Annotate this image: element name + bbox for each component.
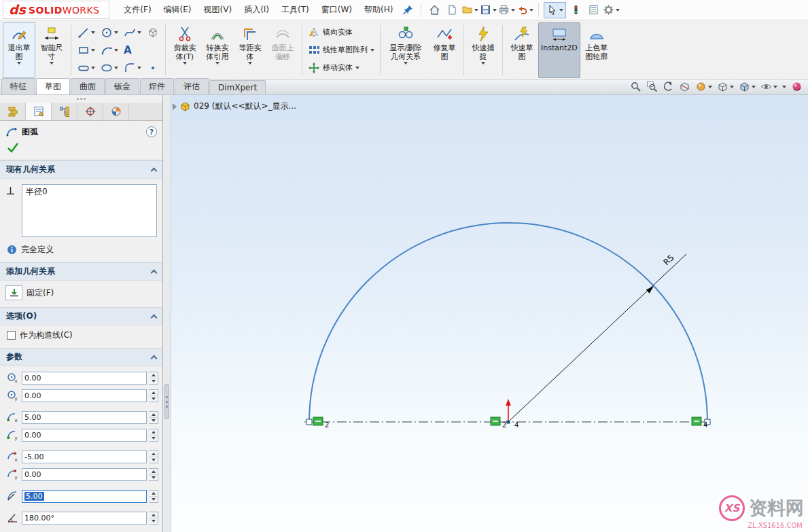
realview-button[interactable] [791, 81, 803, 92]
configuration-manager-tab[interactable] [52, 103, 77, 120]
offset-entities-button[interactable]: 等距实 体 [234, 22, 266, 78]
open-document-button[interactable] [461, 2, 478, 18]
tab-weldments[interactable]: 焊件 [140, 78, 174, 94]
display-delete-relations-button[interactable]: 显示/删除 几何关系 [383, 22, 428, 78]
menu-window[interactable]: 窗口(W) [315, 1, 358, 19]
param-spinner[interactable] [149, 450, 158, 463]
fix-relation-button[interactable] [5, 285, 22, 300]
splitter-handle[interactable] [164, 384, 169, 419]
param-spinner[interactable] [149, 468, 158, 481]
ok-checkmark-icon[interactable] [7, 141, 19, 154]
task-pane-button[interactable] [585, 2, 601, 18]
add-relations-header[interactable]: 添加几何关系 [0, 262, 162, 281]
construction-label[interactable]: 作为构造线(C) [20, 330, 73, 341]
dimension-leader-line[interactable] [510, 254, 686, 420]
save-button[interactable] [480, 2, 497, 18]
tab-dimxpert[interactable]: DimXpert [209, 80, 266, 94]
spline-tool-button[interactable] [122, 24, 143, 41]
menu-tools[interactable]: 工具(T) [275, 1, 315, 19]
interference-check-button[interactable] [567, 2, 584, 18]
hide-show-items-button[interactable] [760, 81, 777, 92]
feature-manager-tab[interactable] [0, 103, 26, 120]
zoom-fit-button[interactable] [630, 81, 642, 92]
menu-edit[interactable]: 编辑(E) [158, 1, 198, 19]
param-input-center-x[interactable]: 0.00 [22, 372, 147, 385]
tab-sheet-metal[interactable]: 钣金 [105, 78, 139, 94]
graphics-area[interactable]: 029 (默认<<默认>_显示... R5 [171, 95, 808, 532]
param-input-start-x[interactable]: 5.00 [22, 411, 147, 424]
select-tool-button[interactable] [544, 2, 566, 18]
menu-insert[interactable]: 插入(I) [238, 1, 275, 19]
construction-checkbox[interactable] [7, 331, 16, 340]
view-orientation-button[interactable] [717, 81, 734, 92]
relation-item[interactable]: 半径0 [26, 186, 153, 198]
pin-menu-button[interactable] [400, 2, 416, 18]
print-button[interactable] [498, 2, 515, 18]
fix-relation-label[interactable]: 固定(F) [27, 287, 54, 299]
options-header[interactable]: 选项(O) [0, 307, 162, 325]
param-spinner[interactable] [149, 389, 158, 402]
param-spinner[interactable] [149, 490, 158, 503]
arc-center-point[interactable] [507, 421, 510, 424]
menu-help[interactable]: 帮助(H) [358, 1, 399, 19]
home-button[interactable] [426, 2, 442, 18]
relations-listbox[interactable]: 半径0 [22, 184, 157, 237]
rectangle-tool-button[interactable] [75, 41, 97, 58]
dimension-text[interactable]: R5 [661, 253, 675, 267]
text-tool-button[interactable]: A [122, 41, 134, 58]
display-style-button[interactable] [739, 81, 756, 92]
panel-splitter[interactable] [163, 95, 171, 532]
menu-view[interactable]: 视图(V) [198, 1, 239, 19]
zoom-area-button[interactable] [646, 81, 658, 92]
smart-dimension-button[interactable]: 智能尺 寸 [35, 22, 68, 78]
undo-button[interactable] [516, 2, 533, 18]
sketch-canvas[interactable]: R5 2 2 4 [171, 95, 808, 532]
mirror-entities-button[interactable]: 镜向实体 [308, 24, 374, 40]
sketch3d-tool-button[interactable] [145, 24, 161, 41]
tab-features[interactable]: 特征 [1, 78, 35, 94]
trim-entities-button[interactable]: 剪裁实 体(T) [169, 22, 201, 78]
parameters-header[interactable]: 参数 [0, 348, 162, 366]
convert-entities-button[interactable]: 转换实 体引用 [201, 22, 234, 78]
dimxpert-manager-tab[interactable] [77, 103, 103, 120]
relation-badge-center[interactable] [491, 417, 500, 425]
relation-badge-right[interactable] [692, 417, 701, 425]
tab-surfaces[interactable]: 曲面 [71, 78, 105, 94]
surface-offset-button[interactable]: 曲面上 偏移 [266, 22, 299, 78]
instant2d-button[interactable]: Instant2D [538, 22, 580, 78]
line-tool-button[interactable] [75, 24, 97, 41]
display-manager-tab[interactable] [103, 103, 129, 120]
slot-tool-button[interactable] [75, 60, 97, 77]
shaded-sketch-contours-button[interactable]: 上色草 图轮廓 [580, 22, 613, 78]
options-button[interactable] [603, 2, 620, 18]
new-document-button[interactable] [444, 2, 460, 18]
tab-sketch[interactable]: 草图 [36, 78, 70, 94]
arc-tool-button[interactable] [99, 41, 120, 58]
arc-endpoint-left[interactable] [306, 419, 312, 425]
fillet-tool-button[interactable] [122, 60, 143, 77]
param-spinner[interactable] [149, 372, 158, 385]
param-input-end-y[interactable]: 0.00 [22, 468, 147, 481]
point-tool-button[interactable] [145, 60, 161, 77]
param-spinner[interactable] [149, 411, 158, 424]
ellipse-tool-button[interactable] [99, 60, 120, 77]
help-icon[interactable]: ? [146, 126, 157, 137]
tab-evaluate[interactable]: 评估 [175, 78, 209, 94]
exit-sketch-button[interactable]: 退出草 图 [3, 22, 35, 78]
relation-badge-left[interactable] [313, 417, 323, 425]
panel-drag-handle[interactable] [0, 95, 162, 103]
menu-file[interactable]: 文件(F) [118, 1, 157, 19]
section-view-button[interactable] [679, 81, 690, 92]
property-manager-tab[interactable] [26, 103, 52, 120]
param-input-radius[interactable]: 5.00 [22, 490, 147, 503]
param-input-center-y[interactable]: 0.00 [22, 389, 147, 402]
rapid-sketch-button[interactable]: 快速草 图 [506, 22, 538, 78]
linear-sketch-pattern-button[interactable]: 线性草图阵列 [308, 42, 374, 58]
previous-view-button[interactable] [663, 81, 674, 92]
param-spinner[interactable] [149, 512, 158, 525]
arc-entity[interactable] [309, 223, 707, 422]
move-entities-button[interactable]: 移动实体 [308, 60, 374, 75]
quick-snaps-button[interactable]: 快速捕 捉 [467, 22, 499, 78]
param-input-end-x[interactable]: -5.00 [22, 450, 147, 463]
repair-sketch-button[interactable]: 修复草 图 [428, 22, 461, 78]
